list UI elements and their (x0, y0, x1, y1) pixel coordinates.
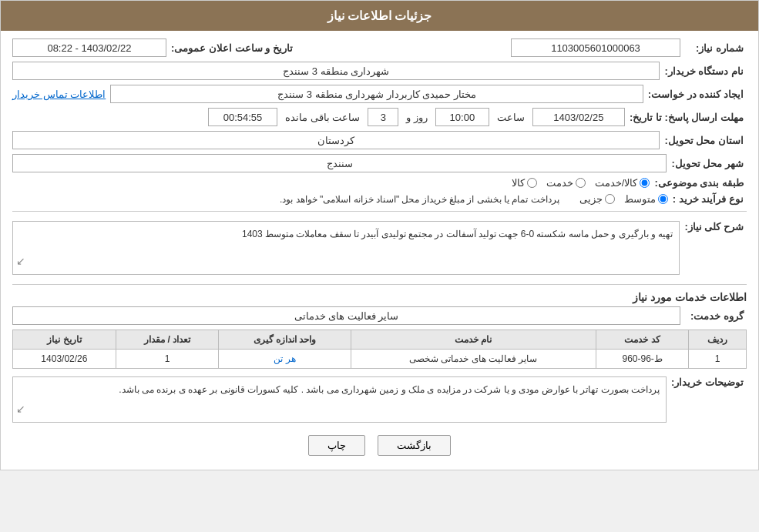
row-creator: ایجاد کننده در خواست: مختار حمیدی کاربرد… (12, 85, 747, 103)
radio-motavasset[interactable]: متوسط (624, 193, 668, 205)
creator-label: ایجاد کننده در خواست: (648, 89, 747, 100)
radio-khadamat-input[interactable] (576, 178, 586, 188)
radio-kala-label: کالا (512, 177, 525, 189)
radio-jozii[interactable]: جزیی (579, 193, 615, 205)
radio-khadamat[interactable]: خدمت (546, 177, 586, 189)
radio-kala[interactable]: کالا (512, 177, 537, 189)
purchase-type-label: نوع فرآیند خرید : (673, 193, 747, 205)
deadline-days: 3 (368, 108, 398, 126)
cell-date: 1403/02/26 (13, 350, 116, 369)
divider-1 (12, 211, 747, 212)
buyer-name-label: نام دستگاه خریدار: (664, 65, 747, 77)
purchase-notice: پرداخت تمام یا بخشی از مبلغ خریداز محل "… (280, 194, 559, 205)
service-group-label: گروه خدمت: (685, 310, 747, 322)
row-deadline: مهلت ارسال پاسخ: تا تاریخ: 1403/02/25 سا… (12, 108, 747, 126)
row-category: طبقه بندی موضوعی: کالا/خدمت خدمت کالا (12, 177, 747, 189)
need-description: تهیه و بارگیری و حمل ماسه شکسته 0-6 جهت … (12, 221, 680, 275)
radio-jozii-label: جزیی (579, 193, 603, 205)
col-row: ردیف (689, 330, 747, 350)
back-button[interactable]: بازگشت (378, 435, 451, 456)
col-code: کد خدمت (596, 330, 688, 350)
creator-link[interactable]: اطلاعات تماس خریدار (12, 89, 106, 100)
deadline-remaining: 00:54:55 (208, 108, 277, 126)
row-buyer-desc: توضیحات خریدار: پرداخت بصورت تهاتر با عو… (12, 373, 747, 426)
services-table: ردیف کد خدمت نام خدمت واحد اندازه گیری ت… (12, 330, 747, 369)
need-number-value: 1103005601000063 (511, 38, 680, 57)
main-content: شماره نیاز: 1103005601000063 تاریخ و ساع… (1, 31, 758, 470)
table-header-row: ردیف کد خدمت نام خدمت واحد اندازه گیری ت… (13, 330, 747, 350)
print-button[interactable]: چاپ (308, 435, 365, 456)
deadline-date: 1403/02/25 (532, 108, 625, 126)
buyer-name-value: شهرداری منطقه 3 سنندج (12, 62, 660, 80)
page-header: جزئیات اطلاعات نیاز (1, 1, 758, 31)
announcement-date-label: تاریخ و ساعت اعلان عمومی: (171, 42, 296, 54)
col-unit: واحد اندازه گیری (219, 330, 351, 350)
radio-khadamat-label: خدمت (546, 177, 573, 189)
services-title: اطلاعات خدمات مورد نیاز (12, 291, 747, 303)
col-name: نام خدمت (351, 330, 596, 350)
radio-kala-khadamat-input[interactable] (640, 178, 650, 188)
table-row: 1 ط-96-960 سایر فعالیت های خدماتی شخصی ه… (13, 350, 747, 369)
deadline-time: 10:00 (435, 108, 489, 126)
announcement-date-value: 1403/02/22 - 08:22 (12, 38, 166, 57)
col-qty: تعداد / مقدار (116, 330, 219, 350)
page-wrapper: جزئیات اطلاعات نیاز شماره نیاز: 11030056… (0, 0, 759, 470)
cell-unit: هر تن (219, 350, 351, 369)
row-need-number: شماره نیاز: 1103005601000063 تاریخ و ساع… (12, 38, 747, 57)
need-desc-label: شرح کلی نیاز: (684, 218, 747, 233)
row-province: استان محل تحویل: کردستان (12, 131, 747, 149)
city-label: شهر محل تحویل: (671, 158, 747, 169)
row-service-group: گروه خدمت: سایر فعالیت های خدماتی (12, 306, 747, 325)
button-group: بازگشت چاپ (12, 435, 747, 456)
row-city: شهر محل تحویل: سنندج (12, 154, 747, 172)
radio-jozii-input[interactable] (605, 194, 615, 204)
province-label: استان محل تحویل: (664, 135, 747, 146)
row-purchase-type: نوع فرآیند خرید : متوسط جزیی پرداخت تمام… (12, 193, 747, 205)
cell-code: ط-96-960 (596, 350, 688, 369)
radio-kala-khadamat[interactable]: کالا/خدمت (595, 177, 650, 189)
creator-value: مختار حمیدی کاربردار شهرداری منطقه 3 سنن… (110, 85, 643, 103)
divider-2 (12, 284, 747, 285)
need-number-label: شماره نیاز: (685, 42, 747, 54)
purchase-type-radio-group: متوسط جزیی (579, 193, 668, 205)
cell-qty: 1 (116, 350, 219, 369)
radio-kala-input[interactable] (527, 178, 537, 188)
page-title: جزئیات اطلاعات نیاز (327, 9, 432, 22)
cell-name: سایر فعالیت های خدماتی شخصی (351, 350, 596, 369)
service-group-value: سایر فعالیت های خدماتی (12, 306, 680, 325)
buyer-desc-label: توضیحات خریدار: (671, 373, 747, 388)
city-value: سنندج (12, 154, 667, 172)
buyer-desc: پرداخت بصورت تهاتر با عوارض مودی و یا شر… (12, 376, 667, 423)
radio-kala-khadamat-label: کالا/خدمت (595, 177, 638, 189)
deadline-remaining-label: ساعت باقی مانده (282, 112, 363, 123)
province-value: کردستان (12, 131, 660, 149)
deadline-label: مهلت ارسال پاسخ: تا تاریخ: (630, 112, 747, 123)
category-radio-group: کالا/خدمت خدمت کالا (512, 177, 650, 189)
row-buyer-name: نام دستگاه خریدار: شهرداری منطقه 3 سنندج (12, 62, 747, 80)
deadline-time-label: ساعت (494, 112, 528, 123)
category-label: طبقه بندی موضوعی: (654, 177, 747, 189)
col-date: تاریخ نیاز (13, 330, 116, 350)
radio-motavasset-label: متوسط (624, 193, 656, 205)
cell-row: 1 (689, 350, 747, 369)
deadline-days-label: روز و (403, 112, 431, 123)
radio-motavasset-input[interactable] (658, 194, 668, 204)
row-need-desc: شرح کلی نیاز: تهیه و بارگیری و حمل ماسه … (12, 218, 747, 278)
